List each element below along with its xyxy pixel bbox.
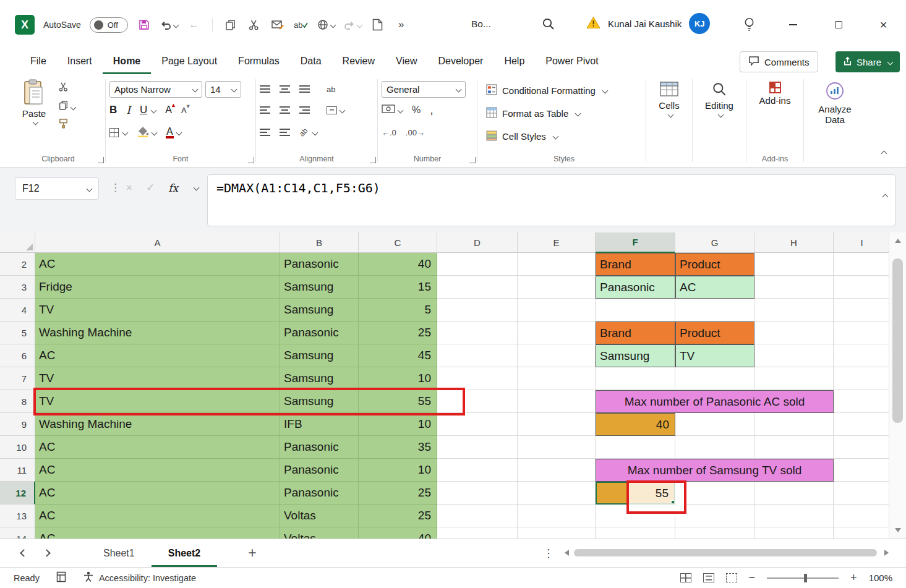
cell-B14[interactable]: Voltas <box>280 527 359 539</box>
cell-H12[interactable] <box>754 482 834 505</box>
cell-E6[interactable] <box>518 344 596 367</box>
column-header-f[interactable]: F <box>596 232 675 253</box>
accessibility-status[interactable]: Accessibility: Investigate <box>83 571 196 584</box>
cell-A3[interactable]: Fridge <box>35 276 280 299</box>
user-name[interactable]: Kunal Jai Kaushik <box>608 19 682 29</box>
format-painter-button[interactable] <box>58 119 75 132</box>
increase-font-icon[interactable]: A▲ <box>165 104 172 116</box>
column-header-e[interactable]: E <box>518 232 596 253</box>
excel-logo-icon[interactable]: X <box>15 15 35 35</box>
column-header-c[interactable]: C <box>359 232 437 253</box>
cell-B11[interactable]: Panasonic <box>280 459 359 482</box>
vertical-scrollbar[interactable] <box>889 232 906 539</box>
align-top-icon[interactable] <box>260 85 270 93</box>
cell-D10[interactable] <box>437 436 518 459</box>
cell-F3[interactable]: Panasonic <box>596 276 675 299</box>
bold-button[interactable]: B <box>109 104 117 116</box>
italic-button[interactable]: I <box>126 104 130 116</box>
column-header-d[interactable]: D <box>437 232 518 253</box>
row-header-11[interactable]: 11 <box>0 459 35 482</box>
enter-icon[interactable]: ✓ <box>146 181 155 194</box>
cell-A6[interactable]: AC <box>35 344 280 367</box>
cell-I3[interactable] <box>834 276 889 299</box>
ribbon-tab-power-pivot[interactable]: Power Pivot <box>535 49 609 74</box>
underline-button[interactable]: U <box>140 104 147 116</box>
formula-input[interactable]: =DMAX(A1:C14,C1,F5:G6) <box>207 174 895 226</box>
row-header-2[interactable]: 2 <box>0 253 35 276</box>
column-header-i[interactable]: I <box>834 232 889 253</box>
cell-D6[interactable] <box>437 344 518 367</box>
row-header-12[interactable]: 12 <box>0 482 35 505</box>
cell-B12[interactable]: Panasonic <box>280 482 359 505</box>
cell-B4[interactable]: Samsung <box>280 299 359 322</box>
cell-I9[interactable] <box>834 413 889 436</box>
cell-H3[interactable] <box>754 276 834 299</box>
ribbon-tab-insert[interactable]: Insert <box>57 49 103 74</box>
cell-H13[interactable] <box>754 505 834 527</box>
cell-B6[interactable]: Samsung <box>280 344 359 367</box>
page-layout-view-icon[interactable] <box>703 573 714 582</box>
cell-styles-button[interactable]: Cell Styles <box>486 125 642 148</box>
cell-E7[interactable] <box>518 367 596 390</box>
cell-B5[interactable]: Panasonic <box>280 322 359 344</box>
cell-I7[interactable] <box>834 367 889 390</box>
cell-E14[interactable] <box>518 527 596 539</box>
cell-F11[interactable]: Max number of Samsung TV sold <box>596 459 834 482</box>
cell-I14[interactable] <box>834 527 889 539</box>
workbook-title[interactable]: Bo... <box>471 19 491 30</box>
cell-G3[interactable]: AC <box>675 276 754 299</box>
cell-B3[interactable]: Samsung <box>280 276 359 299</box>
avatar[interactable]: KJ <box>689 13 710 34</box>
more-commands-icon[interactable]: » <box>394 16 409 33</box>
accounting-format-icon[interactable] <box>382 104 395 116</box>
ribbon-tab-view[interactable]: View <box>385 49 427 74</box>
merge-center-icon[interactable] <box>327 106 337 114</box>
scroll-left-icon[interactable] <box>565 550 569 556</box>
v-scroll-thumb[interactable] <box>892 258 903 423</box>
cell-D5[interactable] <box>437 322 518 344</box>
normal-view-icon[interactable] <box>680 573 691 582</box>
minimize-button[interactable] <box>771 0 816 49</box>
ribbon-tab-developer[interactable]: Developer <box>427 49 494 74</box>
cell-B9[interactable]: IFB <box>280 413 359 436</box>
undo-icon[interactable] <box>160 16 178 33</box>
cell-C14[interactable]: 40 <box>359 527 437 539</box>
cell-E2[interactable] <box>518 253 596 276</box>
align-left-icon[interactable] <box>260 106 270 114</box>
fill-color-dropdown-icon[interactable] <box>152 129 158 135</box>
accounting-dropdown-icon[interactable] <box>398 107 404 113</box>
cell-I13[interactable] <box>834 505 889 527</box>
cell-B10[interactable]: Panasonic <box>280 436 359 459</box>
ribbon-tab-review[interactable]: Review <box>332 49 385 74</box>
font-name-select[interactable]: Aptos Narrow <box>109 81 202 98</box>
decrease-indent-icon[interactable] <box>260 129 270 136</box>
fill-color-icon[interactable] <box>137 126 149 140</box>
cell-C3[interactable]: 15 <box>359 276 437 299</box>
merge-dropdown-icon[interactable] <box>340 107 346 113</box>
row-header-14[interactable]: 14 <box>0 527 35 539</box>
cells-button[interactable]: Cells <box>650 79 688 117</box>
column-header-g[interactable]: G <box>675 232 754 253</box>
row-header-8[interactable]: 8 <box>0 390 35 413</box>
cell-D9[interactable] <box>437 413 518 436</box>
ribbon-tab-file[interactable]: File <box>20 49 57 74</box>
cell-F14[interactable] <box>596 527 675 539</box>
cell-C6[interactable]: 45 <box>359 344 437 367</box>
row-header-6[interactable]: 6 <box>0 344 35 367</box>
next-sheet-icon[interactable] <box>43 549 51 557</box>
cell-C13[interactable]: 25 <box>359 505 437 527</box>
ribbon-tab-help[interactable]: Help <box>494 49 535 74</box>
lightbulb-icon[interactable] <box>743 17 755 34</box>
cell-E8[interactable] <box>518 390 596 413</box>
email-icon[interactable] <box>270 16 285 33</box>
collapse-ribbon-icon[interactable] <box>879 148 886 160</box>
ribbon-tab-formulas[interactable]: Formulas <box>228 49 290 74</box>
cell-F2[interactable]: Brand <box>596 253 675 276</box>
cell-I6[interactable] <box>834 344 889 367</box>
conditional-formatting-button[interactable]: Conditional Formatting <box>486 79 642 102</box>
cell-E10[interactable] <box>518 436 596 459</box>
cell-G12[interactable] <box>675 482 754 505</box>
cell-H2[interactable] <box>754 253 834 276</box>
zoom-slider[interactable] <box>767 577 839 579</box>
cell-D3[interactable] <box>437 276 518 299</box>
